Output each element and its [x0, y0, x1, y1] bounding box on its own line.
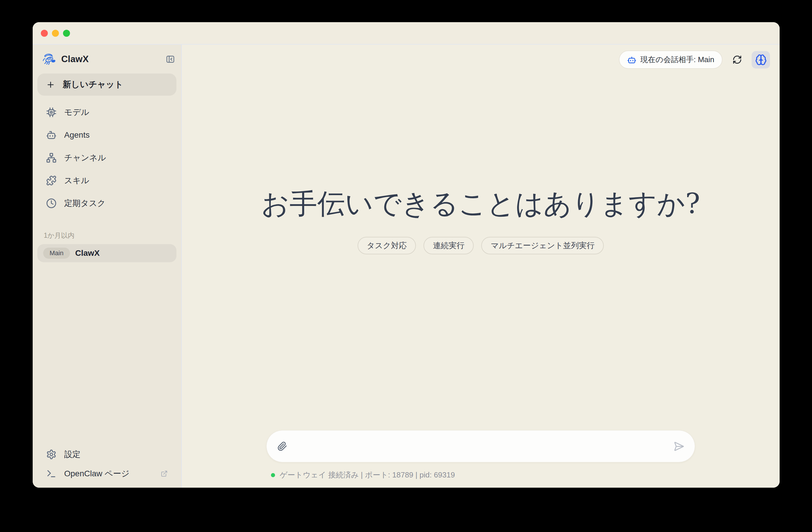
- sidebar-spacer: [37, 262, 176, 445]
- message-input[interactable]: [293, 437, 667, 455]
- conversation-badge-label: 現在の会話相手: Main: [640, 55, 714, 65]
- main-area: 現在の会話相手: Main お手伝いできること: [182, 45, 780, 488]
- collapse-sidebar-button[interactable]: [165, 54, 175, 64]
- gear-icon: [46, 449, 57, 460]
- sidebar-item-settings[interactable]: 設定: [37, 445, 176, 464]
- sidebar-nav: モデル Agents チャンネル: [37, 103, 176, 213]
- agent-badge: Main: [43, 248, 70, 259]
- sidebar-item-label: スキル: [64, 175, 89, 186]
- zoom-window-button[interactable]: [63, 30, 70, 37]
- chat-history-item[interactable]: Main ClawX: [37, 244, 176, 262]
- send-icon: [673, 441, 684, 452]
- hero: お手伝いできることはありますか?: [182, 190, 780, 218]
- hero-heading: お手伝いできることはありますか?: [182, 190, 780, 218]
- window-body: ClawX 新しいチャット モデル: [33, 45, 780, 488]
- refresh-button[interactable]: [730, 53, 743, 66]
- capability-chips: タスク対応 連続実行 マルチエージェント並列実行: [182, 237, 780, 254]
- sidebar-header: ClawX: [37, 52, 176, 66]
- attach-file-button[interactable]: [276, 440, 289, 453]
- refresh-icon: [733, 55, 742, 64]
- sidebar-item-label: OpenClaw ページ: [64, 468, 153, 479]
- chip-continuous-run[interactable]: 連続実行: [423, 237, 474, 254]
- network-icon: [46, 153, 57, 163]
- app-title: ClawX: [61, 54, 165, 64]
- app-window: ClawX 新しいチャット モデル: [33, 22, 780, 488]
- plus-icon: [46, 80, 55, 89]
- current-conversation-badge[interactable]: 現在の会話相手: Main: [619, 51, 723, 69]
- paperclip-icon: [277, 441, 287, 451]
- gateway-statusbar: ゲートウェイ 接続済み | ポート: 18789 | pid: 69319: [266, 470, 695, 480]
- brain-icon: [755, 54, 767, 66]
- external-link-icon: [161, 470, 168, 477]
- sidebar-item-models[interactable]: モデル: [37, 103, 176, 122]
- terminal-icon: [46, 469, 57, 479]
- sidebar: ClawX 新しいチャット モデル: [33, 45, 182, 488]
- sidebar-item-label: チャンネル: [64, 152, 106, 163]
- main-spacer: [182, 254, 780, 430]
- history-section-label: 1か月以内: [37, 231, 176, 240]
- new-chat-label: 新しいチャット: [63, 79, 123, 90]
- brain-button[interactable]: [752, 51, 770, 69]
- status-connected-dot: [271, 473, 275, 477]
- sidebar-item-label: モデル: [64, 107, 89, 118]
- sidebar-item-label: 設定: [64, 449, 168, 460]
- sidebar-item-openclaw-page[interactable]: OpenClaw ページ: [37, 464, 176, 483]
- gateway-status-text: ゲートウェイ 接続済み | ポート: 18789 | pid: 69319: [280, 470, 455, 480]
- new-chat-button[interactable]: 新しいチャット: [37, 73, 176, 96]
- bot-icon: [46, 130, 57, 140]
- composer-wrap: ゲートウェイ 接続済み | ポート: 18789 | pid: 69319: [266, 430, 695, 480]
- sidebar-item-scheduled-tasks[interactable]: 定期タスク: [37, 194, 176, 213]
- main-header-controls: 現在の会話相手: Main: [182, 45, 780, 69]
- bot-icon: [627, 55, 636, 64]
- composer[interactable]: [266, 430, 695, 462]
- send-button[interactable]: [672, 440, 685, 453]
- clock-icon: [46, 198, 57, 209]
- sidebar-item-channels[interactable]: チャンネル: [37, 148, 176, 168]
- titlebar: [33, 22, 780, 45]
- chat-title: ClawX: [75, 248, 100, 258]
- minimize-window-button[interactable]: [52, 30, 59, 37]
- chip-multi-agent-parallel[interactable]: マルチエージェント並列実行: [481, 237, 604, 254]
- traffic-lights: [41, 30, 70, 37]
- close-window-button[interactable]: [41, 30, 48, 37]
- clawx-lobster-logo-icon: [42, 53, 57, 65]
- puzzle-icon: [46, 175, 57, 186]
- sidebar-item-skills[interactable]: スキル: [37, 171, 176, 190]
- chip-task-support[interactable]: タスク対応: [358, 237, 416, 254]
- collapse-sidebar-icon: [166, 55, 175, 64]
- sidebar-item-label: 定期タスク: [64, 198, 105, 209]
- cpu-icon: [46, 107, 57, 117]
- sidebar-item-agents[interactable]: Agents: [37, 126, 176, 145]
- sidebar-item-label: Agents: [64, 130, 89, 140]
